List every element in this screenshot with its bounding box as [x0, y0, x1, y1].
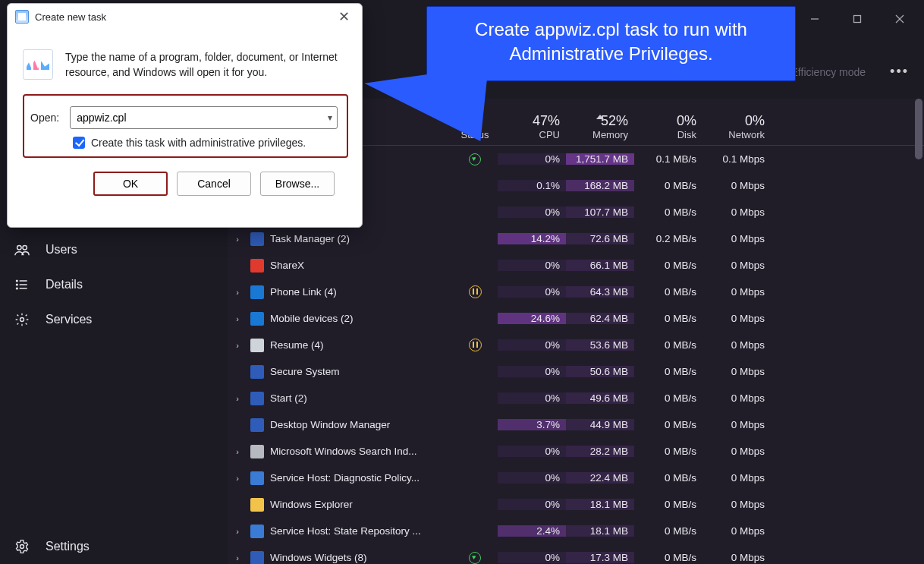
process-row[interactable]: › Windows Widgets (8) 0% 17.3 MB 0 MB/s …	[228, 544, 924, 564]
cpu-cell: 0%	[498, 392, 566, 404]
expand-icon[interactable]: ›	[231, 288, 244, 297]
disk-cell: 0 MB/s	[634, 446, 702, 457]
process-row[interactable]: › Mobile devices (2) 24.6% 62.4 MB 0 MB/…	[228, 305, 924, 332]
process-name: Windows Widgets (8)	[270, 552, 367, 563]
process-icon	[250, 312, 264, 326]
admin-checkbox[interactable]	[73, 137, 85, 149]
chevron-down-icon: ▾	[328, 112, 332, 123]
expand-icon[interactable]: ›	[231, 394, 244, 403]
process-icon	[250, 418, 264, 432]
process-row[interactable]: › Start (2) 0% 49.6 MB 0 MB/s 0 Mbps	[228, 385, 924, 411]
sidebar-item-details[interactable]: Details	[0, 267, 228, 302]
cpu-cell: 0%	[498, 339, 566, 351]
sidebar-item-services[interactable]: Services	[0, 302, 228, 337]
network-cell: 0 Mbps	[702, 392, 771, 404]
process-row[interactable]: › Service Host: Diagnostic Policy... 0% …	[228, 465, 924, 491]
network-cell: 0 Mbps	[702, 446, 771, 457]
disk-cell: 0 MB/s	[634, 392, 702, 404]
sidebar-item-label: Details	[46, 278, 83, 291]
cancel-button[interactable]: Cancel	[177, 172, 251, 196]
admin-checkbox-label: Create this task with administrative pri…	[91, 137, 306, 149]
process-row[interactable]: › Microsoft Windows Search Ind... 0% 28.…	[228, 438, 924, 465]
process-row[interactable]: Secure System 0% 50.6 MB 0 MB/s 0 Mbps	[228, 358, 924, 385]
cpu-cell: 0%	[498, 499, 566, 510]
dialog-close-button[interactable]: ✕	[334, 7, 354, 27]
network-cell: 0 Mbps	[702, 206, 771, 218]
expand-icon[interactable]: ›	[231, 314, 244, 323]
network-cell: 0 Mbps	[702, 339, 771, 351]
memory-cell: 168.2 MB	[566, 180, 634, 191]
process-row[interactable]: ShareX 0% 66.1 MB 0 MB/s 0 Mbps	[228, 252, 924, 279]
expand-icon[interactable]: ›	[231, 235, 244, 244]
process-icon	[250, 232, 264, 246]
process-icon	[250, 339, 264, 352]
network-cell: 0 Mbps	[702, 552, 771, 563]
network-cell: 0 Mbps	[702, 286, 771, 298]
expand-icon[interactable]: ›	[231, 447, 244, 456]
memory-cell: 66.1 MB	[566, 260, 634, 271]
maximize-button[interactable]	[836, 0, 878, 38]
header-memory-label: Memory	[566, 129, 628, 140]
ok-button[interactable]: OK	[93, 172, 168, 196]
memory-cell: 72.6 MB	[566, 233, 634, 244]
process-row[interactable]: › Task Manager (2) 14.2% 72.6 MB 0.2 MB/…	[228, 225, 924, 252]
sidebar-item-label: Services	[46, 313, 92, 326]
memory-cell: 53.6 MB	[566, 339, 634, 351]
close-button[interactable]	[878, 0, 921, 38]
disk-cell: 0 MB/s	[634, 525, 702, 537]
memory-cell: 22.4 MB	[566, 472, 634, 484]
memory-cell: 18.1 MB	[566, 525, 634, 537]
process-row[interactable]: › Phone Link (4) 0% 64.3 MB 0 MB/s 0 Mbp…	[228, 279, 924, 305]
more-button[interactable]: •••	[890, 64, 909, 80]
header-memory[interactable]: 52% Memory	[566, 113, 634, 145]
status-cell	[452, 339, 498, 351]
sidebar-settings[interactable]: Settings	[0, 529, 228, 564]
disk-cell: 0 MB/s	[634, 419, 702, 430]
disk-cell: 0 MB/s	[634, 180, 702, 191]
cpu-cell: 0%	[498, 286, 566, 298]
run-icon	[15, 10, 29, 24]
header-cpu-label: CPU	[498, 129, 560, 140]
expand-icon[interactable]: ›	[231, 527, 244, 536]
scrollbar-thumb[interactable]	[915, 99, 922, 159]
users-icon	[14, 241, 30, 258]
process-row[interactable]: › Service Host: State Repository ... 2.4…	[228, 518, 924, 544]
process-icon	[250, 392, 264, 405]
expand-icon[interactable]: ›	[231, 341, 244, 350]
cpu-cell: 2.4%	[498, 525, 566, 537]
process-icon	[250, 551, 264, 565]
header-disk[interactable]: 0% Disk	[634, 113, 702, 145]
network-cell: 0 Mbps	[702, 313, 771, 324]
disk-cell: 0 MB/s	[634, 286, 702, 298]
process-row[interactable]: Desktop Window Manager 3.7% 44.9 MB 0 MB…	[228, 411, 924, 438]
network-cell: 0 Mbps	[702, 260, 771, 271]
process-row[interactable]: › Resume (4) 0% 53.6 MB 0 MB/s 0 Mbps	[228, 332, 924, 358]
browse-button[interactable]: Browse...	[260, 172, 335, 196]
header-network[interactable]: 0% Network	[702, 113, 771, 145]
svg-point-5	[17, 246, 21, 250]
memory-cell: 1,751.7 MB	[566, 153, 634, 165]
cpu-cell: 0.1%	[498, 180, 566, 191]
network-cell: 0 Mbps	[702, 366, 771, 377]
memory-cell: 28.2 MB	[566, 446, 634, 457]
dialog-title: Create new task	[35, 11, 106, 23]
cpu-cell: 0%	[498, 552, 566, 563]
expand-icon[interactable]: ›	[231, 553, 244, 562]
expand-icon[interactable]: ›	[231, 474, 244, 483]
dialog-description: Type the name of a program, folder, docu…	[65, 49, 348, 80]
process-name: Windows Explorer	[270, 499, 353, 510]
process-name: Task Manager (2)	[270, 233, 350, 244]
svg-point-14	[20, 545, 24, 549]
process-row[interactable]: Windows Explorer 0% 18.1 MB 0 MB/s 0 Mbp…	[228, 491, 924, 518]
disk-cell: 0 MB/s	[634, 552, 702, 563]
header-cpu[interactable]: 47% CPU	[498, 113, 566, 145]
sidebar-item-label: Settings	[46, 540, 90, 553]
sidebar-item-label: Users	[46, 243, 77, 257]
memory-cell: 50.6 MB	[566, 366, 634, 377]
minimize-button[interactable]	[794, 0, 836, 38]
open-combobox[interactable]: appwiz.cpl ▾	[70, 106, 338, 129]
sidebar-item-users[interactable]: Users	[0, 232, 228, 267]
memory-cell: 62.4 MB	[566, 313, 634, 324]
memory-cell: 107.7 MB	[566, 206, 634, 218]
process-name: ShareX	[270, 260, 304, 271]
